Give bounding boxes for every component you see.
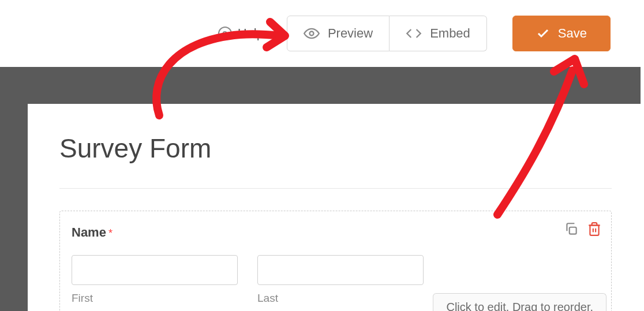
last-name-col: Last <box>257 255 424 305</box>
preview-button[interactable]: Preview <box>287 16 390 51</box>
preview-label: Preview <box>328 26 373 41</box>
builder-frame: Survey Form Name* First Last Click to <box>0 67 641 311</box>
last-name-input[interactable] <box>257 255 424 285</box>
check-icon <box>536 27 550 40</box>
svg-point-0 <box>309 32 313 36</box>
required-asterisk: * <box>108 227 113 239</box>
first-name-input[interactable] <box>72 255 238 285</box>
name-field-label: Name <box>72 225 106 239</box>
field-actions <box>564 222 602 237</box>
form-panel: Survey Form Name* First Last Click to <box>28 104 641 311</box>
trash-icon[interactable] <box>587 222 602 237</box>
field-header: Name* <box>72 225 600 240</box>
toolbar: ? Help Preview Embed Save <box>0 0 644 67</box>
duplicate-icon[interactable] <box>564 222 579 237</box>
first-name-col: First <box>72 255 238 305</box>
embed-label: Embed <box>430 26 470 41</box>
reorder-hint: Click to edit. Drag to reorder. <box>433 293 606 311</box>
divider <box>59 188 612 189</box>
first-name-sublabel: First <box>72 292 238 305</box>
code-icon <box>406 25 422 42</box>
form-title: Survey Form <box>59 133 612 164</box>
last-name-sublabel: Last <box>257 292 424 305</box>
preview-embed-group: Preview Embed <box>287 16 487 51</box>
eye-icon <box>304 25 320 42</box>
name-field-block[interactable]: Name* First Last Click to edit. Drag to … <box>59 211 612 311</box>
embed-button[interactable]: Embed <box>390 16 487 51</box>
save-button[interactable]: Save <box>512 16 611 51</box>
save-label: Save <box>558 26 587 41</box>
svg-rect-1 <box>570 227 576 234</box>
help-label: Help <box>238 26 264 41</box>
help-link[interactable]: ? Help <box>218 26 264 41</box>
help-icon: ? <box>218 27 232 40</box>
